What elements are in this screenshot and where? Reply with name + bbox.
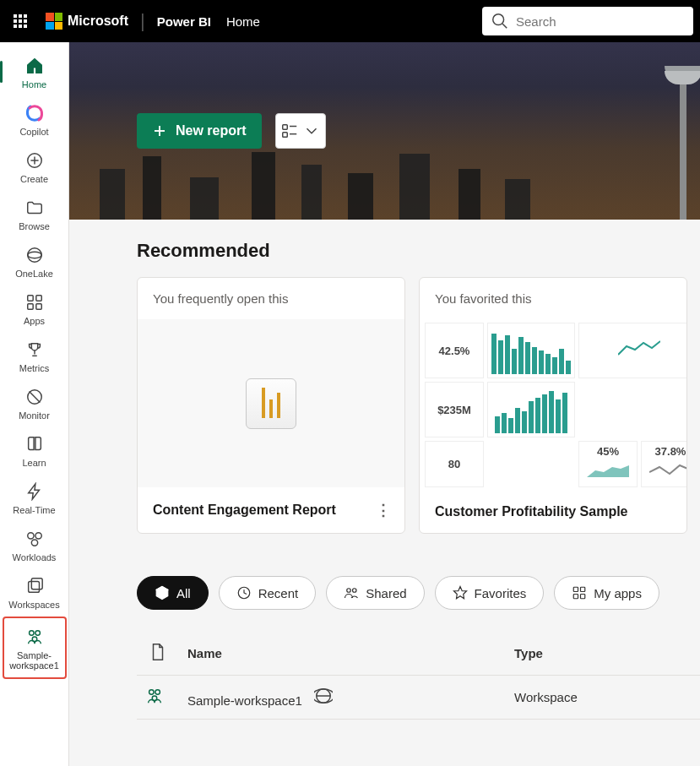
- svg-point-28: [35, 631, 39, 636]
- apps-icon: [572, 585, 587, 600]
- card-title: Customer Profitability Sample: [435, 504, 628, 519]
- card-title: Content Engagement Report: [153, 503, 336, 518]
- svg-line-21: [29, 392, 40, 403]
- svg-rect-4: [19, 19, 22, 23]
- svg-point-46: [155, 690, 160, 695]
- book-icon: [25, 435, 44, 454]
- svg-point-14: [27, 248, 41, 263]
- svg-rect-43: [574, 595, 578, 599]
- svg-rect-34: [282, 133, 287, 138]
- row-name: Sample-workspace1: [187, 693, 302, 708]
- chevron-down-icon: [302, 122, 321, 140]
- copilot-icon: [23, 101, 46, 125]
- svg-rect-1: [19, 14, 22, 18]
- monitor-icon: [25, 388, 44, 406]
- content-filters: All Recent Shared Favorites My apps: [137, 576, 700, 610]
- nav-learn[interactable]: Learn: [6, 427, 63, 473]
- search-wrap: [482, 7, 693, 35]
- bolt-icon: [25, 482, 44, 501]
- nav-home[interactable]: Home: [6, 49, 63, 95]
- home-icon: [25, 57, 44, 75]
- more-options-icon[interactable]: ⋮: [371, 501, 396, 519]
- recommended-card[interactable]: You frequently open this Content Engagem…: [137, 277, 405, 534]
- layout-switcher-button[interactable]: [275, 113, 326, 149]
- svg-rect-42: [581, 587, 585, 591]
- table-row[interactable]: Sample-workspace1 Workspace: [137, 676, 700, 720]
- hero-banner: New report: [69, 42, 700, 220]
- people-icon: [344, 585, 359, 600]
- svg-rect-26: [31, 579, 42, 589]
- svg-point-39: [353, 589, 357, 593]
- nav-workloads[interactable]: Workloads: [6, 522, 63, 568]
- app-launcher-icon[interactable]: [7, 8, 34, 35]
- plus-icon: [152, 123, 167, 139]
- new-report-button[interactable]: New report: [137, 113, 262, 149]
- star-icon: [453, 585, 468, 600]
- workspace-group-icon: [25, 627, 44, 646]
- file-icon: [149, 643, 167, 661]
- report-thumb-icon: [246, 378, 296, 429]
- nav-sample-workspace[interactable]: Sample-workspace1: [3, 617, 67, 679]
- svg-rect-3: [14, 19, 17, 23]
- nav-monitor[interactable]: Monitor: [6, 380, 63, 426]
- nav-copilot[interactable]: Copilot: [6, 96, 63, 142]
- svg-line-10: [502, 24, 507, 28]
- onelake-icon: [25, 246, 44, 264]
- top-bar: Microsoft | Power BI Home: [0, 0, 700, 42]
- nav-create[interactable]: Create: [6, 144, 63, 189]
- recommended-card[interactable]: You favorited this 42.5% $235M 80 45% 37…: [419, 277, 687, 534]
- page-crumb: Home: [226, 14, 260, 29]
- svg-rect-7: [19, 24, 22, 28]
- folder-icon: [25, 198, 44, 217]
- svg-rect-18: [35, 304, 41, 309]
- svg-point-9: [493, 14, 504, 25]
- svg-point-27: [29, 631, 34, 636]
- svg-rect-32: [282, 125, 287, 130]
- search-input[interactable]: [516, 14, 685, 29]
- svg-rect-44: [581, 595, 585, 599]
- nav-realtime[interactable]: Real-Time: [6, 475, 63, 520]
- nav-metrics[interactable]: Metrics: [6, 333, 63, 378]
- globe-icon: [314, 693, 333, 708]
- card-hint: You favorited this: [420, 278, 686, 319]
- filter-myapps[interactable]: My apps: [554, 576, 659, 610]
- microsoft-logo: Microsoft: [46, 13, 128, 30]
- nav-onelake[interactable]: OneLake: [6, 238, 63, 284]
- recommended-section: Recommended You frequently open this Con…: [69, 220, 700, 720]
- filter-all[interactable]: All: [137, 576, 209, 610]
- svg-rect-8: [24, 24, 27, 28]
- row-type: Workspace: [514, 690, 683, 704]
- svg-marker-36: [587, 465, 629, 477]
- svg-point-24: [31, 540, 37, 546]
- svg-point-45: [149, 690, 155, 695]
- clock-icon: [236, 585, 252, 600]
- layout-icon: [280, 122, 299, 140]
- search-box[interactable]: [482, 7, 693, 35]
- recommended-title: Recommended: [137, 240, 700, 262]
- svg-rect-0: [14, 14, 17, 18]
- card-hint: You frequently open this: [138, 278, 404, 319]
- brand-label: Microsoft: [68, 14, 128, 29]
- trophy-icon: [25, 340, 44, 359]
- filter-recent[interactable]: Recent: [219, 576, 317, 610]
- col-type[interactable]: Type: [514, 646, 683, 660]
- workspace-group-icon: [145, 687, 164, 705]
- plus-circle-icon: [25, 151, 44, 170]
- filter-favorites[interactable]: Favorites: [435, 576, 545, 610]
- nav-workspaces[interactable]: Workspaces: [6, 569, 63, 615]
- svg-rect-6: [14, 24, 17, 28]
- workloads-icon: [25, 530, 44, 548]
- filter-shared[interactable]: Shared: [326, 576, 424, 610]
- svg-rect-17: [27, 304, 32, 309]
- svg-point-38: [347, 589, 351, 593]
- main-content: New report Recommended You frequently op…: [69, 42, 700, 766]
- product-label: Power BI: [157, 14, 211, 29]
- svg-marker-40: [453, 587, 466, 599]
- microsoft-logo-icon: [46, 13, 62, 30]
- apps-icon: [25, 293, 44, 312]
- nav-browse[interactable]: Browse: [6, 191, 63, 236]
- nav-apps[interactable]: Apps: [6, 285, 63, 331]
- svg-rect-5: [24, 19, 27, 23]
- hero-tower-art: [658, 51, 700, 220]
- col-name[interactable]: Name: [187, 646, 514, 660]
